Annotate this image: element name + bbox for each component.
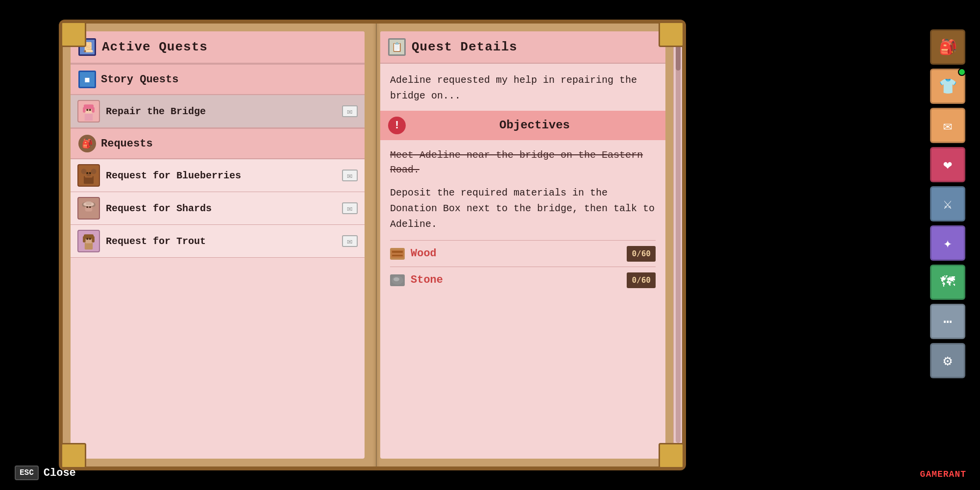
objectives-title: Objectives: [412, 117, 658, 134]
quest-details-content: Adeline requested my help in repairing t…: [380, 64, 665, 459]
close-label: Close: [44, 467, 76, 479]
quest-item-trout[interactable]: Request for Trout: [71, 225, 365, 258]
corner-decoration-tl: [61, 22, 86, 47]
quest-item-repair-bridge[interactable]: Repair the Bridge: [71, 95, 365, 128]
sidebar-equipment-button[interactable]: 👕: [930, 69, 965, 104]
wood-icon: [390, 248, 405, 260]
objective-active-1: Deposit the required materials in the Do…: [390, 185, 656, 232]
quest-name-shards: Request for Shards: [106, 203, 336, 214]
svg-point-13: [86, 173, 91, 176]
corner-decoration-tr: [659, 22, 684, 47]
corner-decoration-br: [659, 443, 684, 468]
sidebar-relationships-button[interactable]: ❤: [930, 147, 965, 182]
esc-key[interactable]: ESC: [15, 466, 39, 480]
story-icon: ◼: [78, 71, 96, 88]
scroll-track[interactable]: [676, 36, 681, 443]
right-page: 📋 Quest Details Adeline requested my hel…: [380, 31, 665, 459]
svg-rect-22: [86, 201, 92, 205]
active-quests-title: Active Quests: [102, 40, 208, 54]
quest-item-blueberries[interactable]: Request for Blueberries: [71, 159, 365, 192]
story-quests-label: Story Quests: [101, 74, 178, 86]
svg-rect-5: [86, 109, 88, 111]
sidebar-mail-button[interactable]: ✉: [930, 108, 965, 143]
avatar-bear: [77, 164, 100, 187]
active-quests-header: 📜 Active Quests: [71, 31, 365, 64]
story-quests-category[interactable]: ◼ Story Quests: [71, 64, 365, 95]
svg-rect-4: [92, 107, 94, 113]
svg-rect-31: [392, 251, 403, 253]
mail-icon-repair-bridge: [342, 105, 358, 117]
svg-rect-23: [85, 243, 93, 250]
svg-point-9: [81, 169, 86, 174]
stone-icon: [390, 274, 405, 286]
objective-completed-1: Meet Adeline near the bridge on the East…: [390, 148, 656, 177]
sidebar-bag-button[interactable]: 🎒: [930, 29, 965, 65]
mail-icon-shards: [342, 202, 358, 214]
sidebar-more-button[interactable]: ⋯: [930, 304, 965, 339]
requests-label: Requests: [101, 138, 153, 150]
svg-rect-3: [83, 107, 85, 113]
mail-icon-blueberries: [342, 170, 358, 181]
quest-name-repair-bridge: Repair the Bridge: [106, 106, 336, 117]
svg-rect-26: [83, 236, 85, 243]
right-page-wrapper: 📋 Quest Details Adeline requested my hel…: [380, 24, 682, 466]
wood-count: 0/60: [627, 246, 656, 262]
corner-decoration-bl: [61, 443, 86, 468]
objectives-icon: !: [388, 117, 406, 134]
svg-rect-6: [89, 109, 91, 111]
mail-icon-trout: [342, 235, 358, 247]
svg-rect-32: [392, 255, 403, 256]
quest-details-title: Quest Details: [412, 40, 517, 54]
quest-item-shards[interactable]: Request for Shards: [71, 192, 365, 225]
requests-category[interactable]: 🎒 Requests: [71, 128, 365, 159]
material-stone: Stone 0/60: [390, 267, 656, 293]
svg-point-10: [91, 169, 97, 174]
svg-point-34: [393, 277, 399, 281]
left-page: 📜 Active Quests ◼ Story Quests: [71, 31, 365, 459]
quest-name-trout: Request for Trout: [106, 236, 336, 247]
svg-rect-27: [92, 236, 94, 243]
quest-details-header: 📋 Quest Details: [380, 31, 665, 64]
objectives-header: ! Objectives: [380, 111, 665, 140]
right-sidebar: 🎒 👕 ✉ ❤ ⚔ ✦ 🗺 ⋯ ⚙: [930, 29, 965, 378]
notification-dot-equipment: [958, 68, 966, 76]
stone-count: 0/60: [627, 272, 656, 288]
svg-rect-28: [86, 238, 88, 240]
quest-name-blueberries: Request for Blueberries: [106, 170, 336, 181]
sidebar-settings-button[interactable]: ⚙: [930, 343, 965, 378]
page-divider: [372, 24, 380, 466]
scrollbar: ▲ ▽ ▼: [673, 24, 682, 466]
sidebar-skills-button[interactable]: ✦: [930, 225, 965, 261]
quest-book: 📜 Active Quests ◼ Story Quests: [59, 20, 686, 470]
sidebar-combat-button[interactable]: ⚔: [930, 186, 965, 221]
sidebar-map-button[interactable]: 🗺: [930, 265, 965, 300]
material-wood: Wood 0/60: [390, 240, 656, 267]
wood-name: Wood: [411, 245, 621, 262]
watermark: GAMERANT: [915, 467, 971, 481]
avatar-girl: [77, 230, 100, 252]
avatar-bear2: [77, 197, 100, 220]
stone-name: Stone: [411, 272, 621, 288]
document-icon: 📋: [388, 38, 406, 56]
svg-rect-0: [85, 114, 93, 121]
quest-description: Adeline requested my help in repairing t…: [390, 73, 656, 104]
avatar-adeline: [77, 100, 100, 122]
requests-icon: 🎒: [78, 135, 96, 152]
svg-rect-29: [89, 238, 91, 240]
